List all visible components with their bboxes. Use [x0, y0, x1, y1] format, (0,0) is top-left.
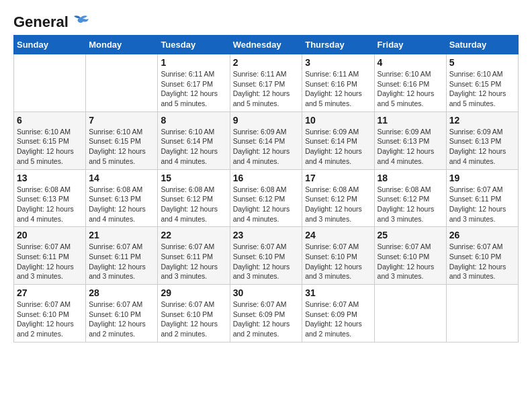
weekday-header-friday: Friday — [374, 36, 446, 54]
day-info: Sunrise: 6:08 AM Sunset: 6:12 PM Dayligh… — [161, 185, 226, 224]
calendar-cell — [446, 285, 518, 342]
calendar-cell: 24Sunrise: 6:07 AM Sunset: 6:10 PM Dayli… — [302, 227, 374, 285]
calendar-cell: 26Sunrise: 6:07 AM Sunset: 6:10 PM Dayli… — [446, 227, 518, 285]
calendar-cell: 10Sunrise: 6:09 AM Sunset: 6:14 PM Dayli… — [302, 111, 374, 169]
weekday-header-wednesday: Wednesday — [230, 36, 302, 54]
calendar-cell: 18Sunrise: 6:08 AM Sunset: 6:12 PM Dayli… — [374, 169, 446, 227]
calendar-week-5: 27Sunrise: 6:07 AM Sunset: 6:10 PM Dayli… — [14, 285, 519, 342]
day-info: Sunrise: 6:07 AM Sunset: 6:10 PM Dayligh… — [17, 300, 83, 339]
weekday-header-tuesday: Tuesday — [158, 36, 230, 54]
calendar-body: 1Sunrise: 6:11 AM Sunset: 6:17 PM Daylig… — [14, 54, 519, 342]
calendar-cell: 22Sunrise: 6:07 AM Sunset: 6:11 PM Dayli… — [158, 227, 230, 285]
day-number: 8 — [161, 115, 226, 126]
day-info: Sunrise: 6:08 AM Sunset: 6:13 PM Dayligh… — [89, 185, 154, 224]
day-number: 7 — [89, 115, 154, 126]
calendar-cell: 28Sunrise: 6:07 AM Sunset: 6:10 PM Dayli… — [86, 285, 158, 342]
day-info: Sunrise: 6:07 AM Sunset: 6:11 PM Dayligh… — [449, 185, 515, 224]
weekday-header-saturday: Saturday — [446, 36, 518, 54]
day-info: Sunrise: 6:07 AM Sunset: 6:11 PM Dayligh… — [89, 242, 154, 281]
calendar-cell: 20Sunrise: 6:07 AM Sunset: 6:11 PM Dayli… — [14, 227, 86, 285]
day-number: 19 — [449, 173, 515, 183]
day-info: Sunrise: 6:11 AM Sunset: 6:17 PM Dayligh… — [161, 69, 226, 109]
day-number: 17 — [305, 173, 371, 183]
logo-text-general: General — [13, 13, 69, 31]
day-info: Sunrise: 6:07 AM Sunset: 6:09 PM Dayligh… — [305, 300, 371, 339]
day-number: 21 — [89, 230, 154, 240]
calendar-cell: 21Sunrise: 6:07 AM Sunset: 6:11 PM Dayli… — [86, 227, 158, 285]
weekday-header-thursday: Thursday — [302, 36, 374, 54]
calendar-cell: 31Sunrise: 6:07 AM Sunset: 6:09 PM Dayli… — [302, 285, 374, 342]
day-number: 31 — [305, 287, 371, 298]
calendar-cell: 25Sunrise: 6:07 AM Sunset: 6:10 PM Dayli… — [374, 227, 446, 285]
day-info: Sunrise: 6:07 AM Sunset: 6:10 PM Dayligh… — [449, 242, 515, 281]
day-number: 6 — [17, 115, 83, 126]
day-info: Sunrise: 6:11 AM Sunset: 6:17 PM Dayligh… — [233, 69, 300, 109]
day-number: 10 — [305, 115, 371, 126]
day-info: Sunrise: 6:11 AM Sunset: 6:16 PM Dayligh… — [305, 69, 371, 109]
calendar-cell: 16Sunrise: 6:08 AM Sunset: 6:12 PM Dayli… — [230, 169, 302, 227]
page-header: General — [13, 13, 519, 28]
day-number: 9 — [233, 115, 300, 126]
day-info: Sunrise: 6:07 AM Sunset: 6:10 PM Dayligh… — [161, 300, 226, 339]
calendar-cell — [86, 54, 158, 112]
day-number: 22 — [161, 230, 226, 240]
day-info: Sunrise: 6:07 AM Sunset: 6:11 PM Dayligh… — [161, 242, 226, 281]
day-number: 16 — [233, 173, 300, 183]
weekday-header-sunday: Sunday — [14, 36, 86, 54]
calendar-cell: 4Sunrise: 6:10 AM Sunset: 6:16 PM Daylig… — [374, 54, 446, 112]
calendar-cell: 11Sunrise: 6:09 AM Sunset: 6:13 PM Dayli… — [374, 111, 446, 169]
day-number: 14 — [89, 173, 154, 183]
day-number: 11 — [378, 115, 443, 126]
calendar-cell: 13Sunrise: 6:08 AM Sunset: 6:13 PM Dayli… — [14, 169, 86, 227]
day-info: Sunrise: 6:08 AM Sunset: 6:12 PM Dayligh… — [233, 185, 300, 224]
calendar-cell: 29Sunrise: 6:07 AM Sunset: 6:10 PM Dayli… — [158, 285, 230, 342]
day-info: Sunrise: 6:09 AM Sunset: 6:14 PM Dayligh… — [305, 127, 371, 167]
calendar-cell: 27Sunrise: 6:07 AM Sunset: 6:10 PM Dayli… — [14, 285, 86, 342]
day-info: Sunrise: 6:08 AM Sunset: 6:12 PM Dayligh… — [305, 185, 371, 224]
day-number: 23 — [233, 230, 300, 240]
weekday-header-monday: Monday — [86, 36, 158, 54]
day-number: 26 — [449, 230, 515, 240]
calendar-cell: 9Sunrise: 6:09 AM Sunset: 6:14 PM Daylig… — [230, 111, 302, 169]
day-info: Sunrise: 6:07 AM Sunset: 6:11 PM Dayligh… — [17, 242, 83, 281]
day-info: Sunrise: 6:10 AM Sunset: 6:15 PM Dayligh… — [89, 127, 154, 167]
weekday-header-row: SundayMondayTuesdayWednesdayThursdayFrid… — [14, 36, 519, 54]
calendar-week-3: 13Sunrise: 6:08 AM Sunset: 6:13 PM Dayli… — [14, 169, 519, 227]
day-number: 24 — [305, 230, 371, 240]
day-number: 28 — [89, 287, 154, 298]
day-info: Sunrise: 6:07 AM Sunset: 6:09 PM Dayligh… — [233, 300, 300, 339]
calendar-week-4: 20Sunrise: 6:07 AM Sunset: 6:11 PM Dayli… — [14, 227, 519, 285]
calendar-cell: 8Sunrise: 6:10 AM Sunset: 6:14 PM Daylig… — [158, 111, 230, 169]
day-info: Sunrise: 6:10 AM Sunset: 6:16 PM Dayligh… — [378, 69, 443, 109]
day-info: Sunrise: 6:10 AM Sunset: 6:15 PM Dayligh… — [17, 127, 83, 167]
calendar-cell: 5Sunrise: 6:10 AM Sunset: 6:15 PM Daylig… — [446, 54, 518, 112]
day-info: Sunrise: 6:07 AM Sunset: 6:10 PM Dayligh… — [378, 242, 443, 281]
calendar-header: SundayMondayTuesdayWednesdayThursdayFrid… — [14, 36, 519, 54]
day-number: 1 — [161, 57, 226, 68]
day-number: 15 — [161, 173, 226, 183]
logo: General — [13, 13, 90, 28]
day-number: 3 — [305, 57, 371, 68]
day-info: Sunrise: 6:07 AM Sunset: 6:10 PM Dayligh… — [233, 242, 300, 281]
calendar-table: SundayMondayTuesdayWednesdayThursdayFrid… — [13, 35, 519, 342]
day-number: 25 — [378, 230, 443, 240]
calendar-cell: 17Sunrise: 6:08 AM Sunset: 6:12 PM Dayli… — [302, 169, 374, 227]
calendar-cell: 3Sunrise: 6:11 AM Sunset: 6:16 PM Daylig… — [302, 54, 374, 112]
calendar-week-2: 6Sunrise: 6:10 AM Sunset: 6:15 PM Daylig… — [14, 111, 519, 169]
day-number: 20 — [17, 230, 83, 240]
logo-bird-icon — [71, 15, 90, 30]
calendar-cell — [14, 54, 86, 112]
day-number: 18 — [378, 173, 443, 183]
day-info: Sunrise: 6:10 AM Sunset: 6:15 PM Dayligh… — [449, 69, 515, 109]
day-number: 2 — [233, 57, 300, 68]
day-info: Sunrise: 6:09 AM Sunset: 6:13 PM Dayligh… — [378, 127, 443, 167]
calendar-cell: 23Sunrise: 6:07 AM Sunset: 6:10 PM Dayli… — [230, 227, 302, 285]
day-number: 30 — [233, 287, 300, 298]
day-info: Sunrise: 6:08 AM Sunset: 6:12 PM Dayligh… — [378, 185, 443, 224]
calendar-cell: 1Sunrise: 6:11 AM Sunset: 6:17 PM Daylig… — [158, 54, 230, 112]
day-number: 4 — [378, 57, 443, 68]
day-number: 13 — [17, 173, 83, 183]
day-number: 29 — [161, 287, 226, 298]
calendar-cell: 15Sunrise: 6:08 AM Sunset: 6:12 PM Dayli… — [158, 169, 230, 227]
calendar-cell: 12Sunrise: 6:09 AM Sunset: 6:13 PM Dayli… — [446, 111, 518, 169]
